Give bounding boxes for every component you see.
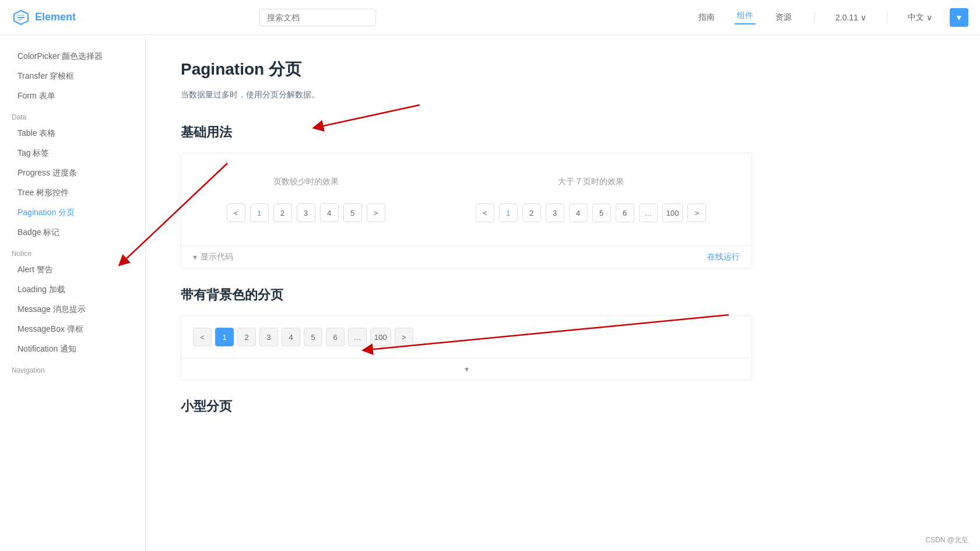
header: Element 指南 组件 资源 2.0.11 ∨ 中文 ∨ ▼ <box>0 0 980 35</box>
prev-btn-few[interactable]: < <box>227 203 245 222</box>
sidebar-item-alert[interactable]: Alert 警告 <box>0 260 145 280</box>
demo-box-bg: < 1 2 3 4 5 6 … 100 > ▾ <box>181 315 752 380</box>
page-5-few[interactable]: 5 <box>343 203 362 222</box>
chevron-down-icon-2: ∨ <box>926 13 932 22</box>
sidebar-category-notice: Notice <box>0 243 145 260</box>
sidebar-item-message[interactable]: Message 消息提示 <box>0 300 145 320</box>
nav-components[interactable]: 组件 <box>735 10 756 24</box>
sidebar-item-tag[interactable]: Tag 标签 <box>0 143 145 163</box>
section2-title: 带有背景色的分页 <box>181 286 752 304</box>
search-input[interactable] <box>259 9 376 26</box>
sidebar-item-pagination[interactable]: Pagination 分页 <box>0 203 145 223</box>
next-btn-bg[interactable]: > <box>395 328 413 346</box>
sidebar-item-tree[interactable]: Tree 树形控件 <box>0 183 145 203</box>
chevron-down-icon-code: ▾ <box>193 252 197 262</box>
page-2-many[interactable]: 2 <box>522 203 541 222</box>
page-4-many[interactable]: 4 <box>569 203 588 222</box>
sidebar-item-loading[interactable]: Loading 加载 <box>0 280 145 300</box>
demo-footer-basic: ▾ 显示代码 在线运行 <box>181 245 751 268</box>
section1-title: 基础用法 <box>181 124 752 141</box>
page-6-many[interactable]: 6 <box>616 203 634 222</box>
page-3-bg[interactable]: 3 <box>259 328 278 346</box>
page-5-bg[interactable]: 5 <box>304 328 322 346</box>
logo-text: Element <box>35 11 76 23</box>
expand-icon[interactable]: ▾ <box>465 364 469 374</box>
sidebar-category-navigation: Navigation <box>0 359 145 377</box>
online-run-btn[interactable]: 在线运行 <box>707 252 740 262</box>
nav-divider-1 <box>814 12 815 23</box>
page-5-many[interactable]: 5 <box>592 203 611 222</box>
pagination-few: < 1 2 3 4 5 > <box>227 203 385 222</box>
next-btn-many[interactable]: > <box>687 203 706 222</box>
prev-btn-many[interactable]: < <box>476 203 494 222</box>
show-code-btn[interactable]: ▾ 显示代码 <box>193 252 233 262</box>
page-100-many[interactable]: 100 <box>662 203 683 222</box>
logo-icon <box>12 8 30 27</box>
page-2-bg[interactable]: 2 <box>237 328 256 346</box>
demo-box-basic: 页数较少时的效果 < 1 2 3 4 5 > 大于 7 页时的 <box>181 153 752 269</box>
sidebar-item-table[interactable]: Table 表格 <box>0 124 145 143</box>
section3-title: 小型分页 <box>181 398 752 415</box>
page-4-bg[interactable]: 4 <box>282 328 300 346</box>
page-1-few[interactable]: 1 <box>250 203 269 222</box>
page-6-bg[interactable]: 6 <box>326 328 345 346</box>
demo-label-left: 页数较少时的效果 <box>273 177 339 187</box>
two-col-demo: 页数较少时的效果 < 1 2 3 4 5 > 大于 7 页时的 <box>193 177 740 222</box>
github-button[interactable]: ▼ <box>950 8 968 27</box>
sidebar: ColorPicker 颜色选择器 Transfer 穿梭框 Form 表单 D… <box>0 35 146 450</box>
sidebar-item-colorpicker[interactable]: ColorPicker 颜色选择器 <box>0 47 145 66</box>
search-box <box>259 9 376 26</box>
sidebar-item-notification[interactable]: Notification 通知 <box>0 339 145 359</box>
nav-guide[interactable]: 指南 <box>696 12 717 23</box>
page-1-many[interactable]: 1 <box>499 203 518 222</box>
sidebar-item-messagebox[interactable]: MessageBox 弹框 <box>0 320 145 339</box>
page-title: Pagination 分页 <box>181 58 752 80</box>
sidebar-item-transfer[interactable]: Transfer 穿梭框 <box>0 66 145 86</box>
page-3-many[interactable]: 3 <box>546 203 564 222</box>
demo-footer-bg: ▾ <box>181 358 751 380</box>
demo-col-left: 页数较少时的效果 < 1 2 3 4 5 > <box>227 177 385 222</box>
page-description: 当数据量过多时，使用分页分解数据。 <box>181 90 752 100</box>
page-2-few[interactable]: 2 <box>273 203 292 222</box>
page-100-bg[interactable]: 100 <box>370 328 391 346</box>
main-content: Pagination 分页 当数据量过多时，使用分页分解数据。 基础用法 页数较… <box>146 35 787 450</box>
ellipsis-bg[interactable]: … <box>348 328 367 346</box>
header-nav: 指南 组件 资源 2.0.11 ∨ 中文 ∨ ▼ <box>696 8 968 27</box>
page-layout: ColorPicker 颜色选择器 Transfer 穿梭框 Form 表单 D… <box>0 35 980 450</box>
demo-col-right: 大于 7 页时的效果 < 1 2 3 4 5 6 … 100 > <box>476 177 707 222</box>
prev-btn-bg[interactable]: < <box>193 328 212 346</box>
chevron-down-icon: ∨ <box>860 13 866 22</box>
sidebar-item-progress[interactable]: Progress 进度条 <box>0 163 145 183</box>
nav-divider-2 <box>887 12 887 23</box>
demo-content-basic: 页数较少时的效果 < 1 2 3 4 5 > 大于 7 页时的 <box>181 153 751 245</box>
nav-resources[interactable]: 资源 <box>773 12 794 23</box>
logo[interactable]: Element <box>12 8 76 27</box>
page-4-few[interactable]: 4 <box>320 203 339 222</box>
ellipsis-many[interactable]: … <box>639 203 658 222</box>
language-selector[interactable]: 中文 ∨ <box>908 12 932 23</box>
version-selector[interactable]: 2.0.11 ∨ <box>835 13 866 22</box>
demo-label-right: 大于 7 页时的效果 <box>558 177 624 187</box>
next-btn-few[interactable]: > <box>367 203 385 222</box>
sidebar-item-badge[interactable]: Badge 标记 <box>0 223 145 243</box>
chevron-icon: ▼ <box>955 13 963 22</box>
page-3-few[interactable]: 3 <box>297 203 315 222</box>
sidebar-category-data: Data <box>0 106 145 124</box>
sidebar-item-form[interactable]: Form 表单 <box>0 86 145 106</box>
page-1-bg[interactable]: 1 <box>215 328 234 346</box>
pagination-many: < 1 2 3 4 5 6 … 100 > <box>476 203 707 222</box>
bg-pagination: < 1 2 3 4 5 6 … 100 > <box>181 316 751 358</box>
